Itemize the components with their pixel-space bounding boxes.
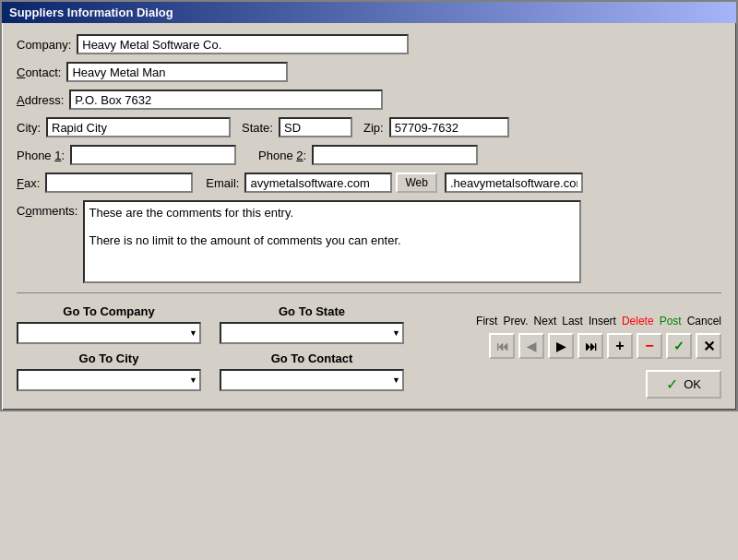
- fax-input[interactable]: [45, 173, 193, 193]
- goto-company-select[interactable]: [17, 322, 201, 344]
- dialog-title: Suppliers Information Dialog: [9, 6, 173, 19]
- first-button[interactable]: ⏮: [489, 333, 515, 359]
- nav-delete-label: Delete: [622, 315, 654, 328]
- email-local-input[interactable]: [244, 173, 392, 193]
- company-input[interactable]: Heavy Metal Software Co.: [77, 34, 409, 54]
- email-domain-input[interactable]: [445, 173, 583, 193]
- nav-last-label: Last: [562, 315, 583, 328]
- phone2-input[interactable]: [312, 145, 478, 165]
- phone1-input[interactable]: [70, 145, 236, 165]
- goto-company-item: Go To Company: [17, 304, 201, 344]
- next-button[interactable]: ▶: [548, 333, 574, 359]
- insert-button[interactable]: +: [607, 333, 633, 359]
- dialog-content: Company: Heavy Metal Software Co. Contac…: [2, 23, 736, 410]
- nav-section: First Prev. Next Last Insert Delete Post…: [458, 304, 721, 399]
- last-button[interactable]: ⏭: [577, 333, 603, 359]
- company-label: Company:: [17, 38, 71, 52]
- fax-email-row: Fax: Email: Web: [17, 173, 721, 193]
- goto-state-label: Go To State: [220, 304, 404, 318]
- city-state-zip-row: City: State: Zip:: [17, 117, 721, 137]
- post-button[interactable]: ✓: [666, 333, 692, 359]
- prev-button[interactable]: ◀: [518, 333, 544, 359]
- address-input[interactable]: [69, 89, 383, 110]
- fax-label: Fax:: [17, 176, 40, 190]
- goto-section: Go To Company Go To State: [17, 304, 458, 399]
- goto-city-wrapper: [17, 369, 201, 391]
- goto-state-wrapper: [220, 322, 404, 344]
- goto-city-item: Go To City: [17, 351, 201, 391]
- goto-contact-select[interactable]: [220, 369, 404, 391]
- nav-first-label: First: [476, 315, 497, 328]
- ok-label: OK: [684, 377, 701, 391]
- bottom-section: Go To Company Go To State: [17, 304, 721, 399]
- title-bar: Suppliers Information Dialog: [2, 2, 736, 23]
- goto-city-label: Go To City: [17, 351, 201, 365]
- nav-prev-label: Prev.: [503, 315, 528, 328]
- comments-textarea[interactable]: These are the comments for this entry. T…: [83, 200, 581, 283]
- goto-group-2: Go To City Go To Contact: [17, 351, 458, 391]
- ok-check-icon: ✓: [666, 375, 678, 393]
- goto-company-wrapper: [17, 322, 201, 344]
- comments-row: Comments: These are the comments for thi…: [17, 200, 721, 283]
- goto-state-select[interactable]: [220, 322, 404, 344]
- contact-label: Contact:: [17, 66, 61, 79]
- comments-label: Comments:: [17, 204, 77, 218]
- city-input[interactable]: [46, 117, 231, 137]
- phone2-label: Phone 2:: [258, 149, 306, 162]
- contact-input[interactable]: [66, 62, 288, 82]
- nav-insert-label: Insert: [589, 315, 616, 328]
- nav-buttons: ⏮ ◀ ▶ ⏭ + − ✓ ✕: [489, 333, 721, 359]
- address-row: Address:: [17, 89, 721, 110]
- separator: [17, 292, 721, 293]
- phone-row: Phone 1: Phone 2:: [17, 145, 721, 165]
- nav-next-label: Next: [534, 315, 557, 328]
- suppliers-dialog: Suppliers Information Dialog Company: He…: [0, 0, 738, 411]
- goto-state-item: Go To State: [220, 304, 404, 344]
- goto-contact-label: Go To Contact: [220, 351, 404, 365]
- nav-labels: First Prev. Next Last Insert Delete Post…: [476, 315, 721, 328]
- web-button[interactable]: Web: [396, 173, 436, 193]
- city-label: City:: [17, 121, 41, 135]
- goto-contact-item: Go To Contact: [220, 351, 404, 391]
- company-row: Company: Heavy Metal Software Co.: [17, 34, 721, 54]
- contact-row: Contact:: [17, 62, 721, 82]
- delete-button[interactable]: −: [637, 333, 662, 359]
- email-label: Email:: [206, 176, 239, 190]
- state-label: State:: [242, 121, 273, 135]
- goto-group-1: Go To Company Go To State: [17, 304, 458, 344]
- zip-input[interactable]: [389, 117, 509, 137]
- state-input[interactable]: [279, 117, 352, 137]
- goto-contact-wrapper: [220, 369, 404, 391]
- ok-button[interactable]: ✓ OK: [646, 370, 721, 399]
- nav-post-label: Post: [660, 315, 682, 328]
- cancel-button[interactable]: ✕: [696, 333, 721, 359]
- goto-city-select[interactable]: [17, 369, 201, 391]
- nav-cancel-label: Cancel: [687, 315, 721, 328]
- goto-company-label: Go To Company: [17, 304, 201, 318]
- phone1-label: Phone 1:: [17, 149, 65, 162]
- address-label: Address:: [17, 93, 64, 107]
- zip-label: Zip:: [363, 121, 384, 135]
